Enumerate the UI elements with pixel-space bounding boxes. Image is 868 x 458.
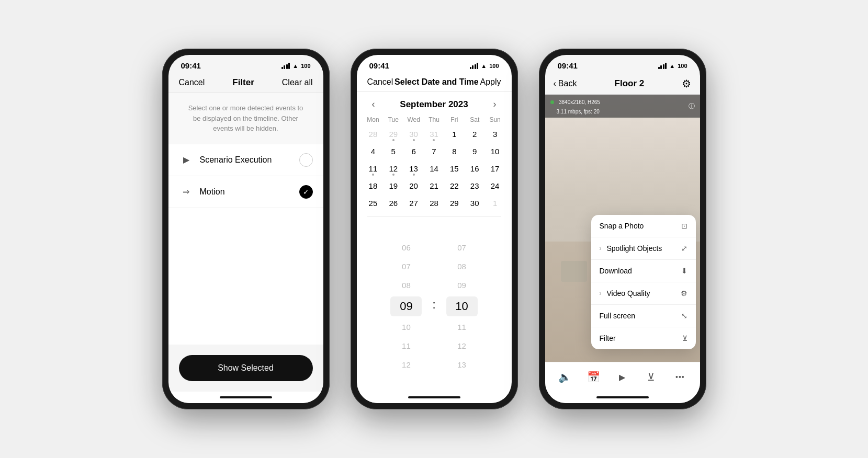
cal-day[interactable]: 25 — [363, 194, 384, 212]
cal-day[interactable]: 12 — [383, 160, 403, 177]
video-quality-label: Video Quality — [607, 289, 650, 297]
wifi-icon-1: ▲ — [292, 63, 298, 69]
scenario-icon: ▶ — [179, 153, 194, 167]
cal-day[interactable]: 14 — [424, 160, 444, 177]
cal-day[interactable]: 7 — [424, 143, 444, 160]
time-colon: : — [432, 298, 435, 312]
camera-info-icon[interactable]: ⓘ — [689, 102, 695, 111]
hour-after-2: 11 — [394, 338, 418, 354]
cal-day[interactable]: 10 — [485, 143, 505, 160]
more-button[interactable]: ••• — [671, 368, 690, 386]
hour-after-3: 12 — [394, 357, 418, 373]
context-download[interactable]: Download ⬇ — [591, 260, 696, 282]
cal-day[interactable]: 1 — [485, 194, 505, 212]
minute-after-1: 11 — [450, 319, 474, 335]
status-time-1: 09:41 — [181, 61, 201, 70]
cal-day[interactable]: 13 — [403, 160, 424, 177]
cal-day[interactable]: 16 — [465, 160, 485, 177]
context-spotlight[interactable]: › Spotlight Objects ⤢ — [591, 237, 696, 260]
cancel-button[interactable]: Cancel — [179, 78, 205, 87]
cal-apply-button[interactable]: Apply — [480, 77, 501, 87]
cal-day[interactable]: 1 — [444, 125, 465, 143]
volume-button[interactable]: 🔈 — [555, 368, 574, 386]
home-indicator-2 — [357, 392, 512, 403]
minute-before-2: 08 — [450, 259, 474, 274]
cal-day[interactable]: 29 — [444, 194, 465, 212]
cal-day[interactable]: 6 — [403, 143, 424, 160]
cal-day[interactable]: 22 — [444, 177, 465, 194]
show-selected-button[interactable]: Show Selected — [179, 355, 313, 381]
camera-info-left: 3840x2160, H265 3.11 mbps, fps: 20 — [550, 97, 600, 116]
filter-item-scenario[interactable]: ▶ Scenario Execution — [168, 144, 323, 176]
cal-day[interactable]: 24 — [485, 177, 505, 194]
calendar-container: ‹ September 2023 › Mon Tue Wed Thu Fri S… — [357, 91, 512, 392]
cal-day[interactable]: 15 — [444, 160, 465, 177]
weekday-fri: Fri — [444, 114, 465, 125]
cal-day[interactable]: 8 — [444, 143, 465, 160]
cal-day[interactable]: 18 — [363, 177, 384, 194]
cal-day[interactable]: 11 — [363, 160, 384, 177]
filter-description: Select one or more detected events to be… — [168, 93, 323, 144]
back-button[interactable]: ‹ Back — [554, 79, 577, 88]
status-icons-1: ▲ 100 — [281, 63, 311, 69]
cal-day[interactable]: 2 — [465, 125, 485, 143]
minute-before-3: 09 — [450, 278, 474, 293]
cal-day[interactable]: 19 — [383, 177, 403, 194]
calendar-grid: 28 29 30 31 1 2 3 4 5 6 7 8 9 10 11 12 1… — [357, 125, 512, 212]
cal-day[interactable]: 30 — [465, 194, 485, 212]
cal-day[interactable]: 3 — [485, 125, 505, 143]
filter-list: ▶ Scenario Execution ⇒ Motion ✓ — [168, 144, 323, 345]
battery-3: 100 — [678, 63, 687, 69]
cal-day[interactable]: 28 — [424, 194, 444, 212]
context-menu: Snap a Photo ⊡ › Spotlight Objects ⤢ Dow… — [591, 215, 696, 349]
home-bar-3 — [596, 396, 649, 398]
hour-column[interactable]: 06 07 08 09 10 11 12 — [390, 240, 422, 373]
filter-nav-bar: Cancel Filter Clear all — [168, 73, 323, 93]
cal-day[interactable]: 27 — [403, 194, 424, 212]
spotlight-label: Spotlight Objects — [607, 244, 662, 253]
cal-day[interactable]: 23 — [465, 177, 485, 194]
phone-camera: 09:41 ▲ 100 ‹ Back Floor 2 ⚙ — [539, 49, 706, 409]
cal-day[interactable]: 20 — [403, 177, 424, 194]
cal-day[interactable]: 29 — [383, 125, 403, 143]
weekday-wed: Wed — [403, 114, 424, 125]
next-month-button[interactable]: › — [489, 99, 501, 110]
cal-day-today[interactable]: 9 — [465, 143, 485, 160]
video-quality-chevron-icon: › — [600, 290, 602, 297]
video-quality-icon: ⚙ — [681, 289, 687, 297]
context-filter[interactable]: Filter ⊻ — [591, 327, 696, 349]
settings-icon[interactable]: ⚙ — [682, 77, 691, 90]
clear-all-button[interactable]: Clear all — [282, 78, 313, 87]
filter-item-motion[interactable]: ⇒ Motion ✓ — [168, 176, 323, 208]
battery-2: 100 — [489, 63, 499, 69]
back-label: Back — [558, 79, 577, 88]
cal-day[interactable]: 4 — [363, 143, 384, 160]
cal-day[interactable]: 30 — [403, 125, 424, 143]
download-icon: ⬇ — [681, 267, 687, 275]
filter-toolbar-button[interactable]: ⊻ — [642, 368, 661, 386]
back-chevron-icon: ‹ — [554, 79, 556, 88]
weekday-thu: Thu — [424, 114, 444, 125]
status-bar-1: 09:41 ▲ 100 — [168, 55, 323, 73]
calendar-nav-bar: Cancel Select Date and Time Apply — [357, 73, 512, 91]
live-indicator — [550, 100, 554, 104]
motion-toggle[interactable]: ✓ — [299, 185, 313, 199]
cal-day[interactable]: 31 — [424, 125, 444, 143]
prev-month-button[interactable]: ‹ — [367, 99, 380, 110]
cal-cancel-button[interactable]: Cancel — [367, 77, 393, 87]
cal-day[interactable]: 28 — [363, 125, 384, 143]
cal-day[interactable]: 5 — [383, 143, 403, 160]
time-picker[interactable]: 06 07 08 09 10 11 12 : 07 08 09 10 11 12… — [357, 221, 512, 392]
cal-day[interactable]: 26 — [383, 194, 403, 212]
cal-day[interactable]: 17 — [485, 160, 505, 177]
calendar-button[interactable]: 📅 — [584, 368, 603, 386]
scenario-toggle[interactable] — [299, 153, 313, 167]
status-time-2: 09:41 — [369, 61, 389, 70]
context-fullscreen[interactable]: Full screen ⤡ — [591, 305, 696, 327]
cal-day[interactable]: 21 — [424, 177, 444, 194]
filter-icon: ⊻ — [682, 334, 687, 342]
play-button[interactable]: ▶ — [613, 368, 632, 386]
context-video-quality[interactable]: › Video Quality ⚙ — [591, 282, 696, 305]
minute-column[interactable]: 07 08 09 10 11 12 13 — [446, 240, 478, 373]
context-snap-photo[interactable]: Snap a Photo ⊡ — [591, 215, 696, 237]
